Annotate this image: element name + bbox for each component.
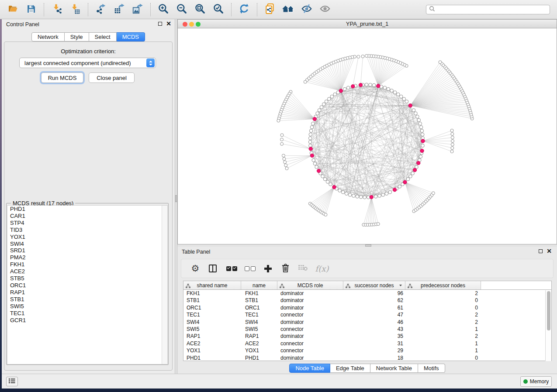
table-cell: 0	[405, 354, 481, 361]
table-row[interactable]: FKH1FKH1dominator962	[183, 290, 551, 297]
column-header-name[interactable]: name	[241, 281, 277, 289]
column-header-MCDS-role[interactable]: MCDS role	[277, 281, 343, 289]
zoom-in-button[interactable]	[156, 2, 171, 17]
network-canvas[interactable]	[178, 28, 557, 244]
optimization-criterion-select[interactable]: largest connected component (undirected)	[19, 58, 156, 68]
export-image-button[interactable]	[130, 2, 145, 17]
scrollbar-thumb[interactable]	[547, 291, 550, 330]
mcds-result-items: PHD1CAR1STP4TID3YOX1SWI4SRD1PMA2FKH1ACE2…	[7, 206, 167, 323]
table-row[interactable]: SWI5SWI5connector431	[183, 326, 551, 333]
table-row[interactable]: STB1STB1dominator620	[183, 297, 551, 304]
clone-network-button[interactable]	[262, 2, 278, 17]
mcds-result-item[interactable]: RAP1	[7, 289, 167, 296]
search-input[interactable]	[437, 7, 547, 13]
mcds-result-item[interactable]: SWI5	[7, 303, 167, 310]
mcds-result-item[interactable]: SWI4	[7, 241, 167, 248]
mcds-result-list[interactable]: PHD1CAR1STP4TID3YOX1SWI4SRD1PMA2FKH1ACE2…	[7, 205, 168, 364]
table-row[interactable]: RAP1RAP1dominator352	[183, 333, 551, 340]
mcds-result-item[interactable]: PMA2	[7, 254, 167, 261]
table-cell: 1	[405, 326, 481, 333]
mcds-result-item[interactable]: GCR1	[7, 317, 167, 324]
search-icon	[429, 6, 435, 14]
window-close-traffic-light[interactable]	[183, 22, 187, 27]
network-overview-button[interactable]	[280, 2, 296, 17]
table-row[interactable]: ACE2ACE2connector311	[183, 340, 551, 347]
network-window-titlebar[interactable]: YPA_prune.txt_1	[178, 20, 557, 28]
float-panel-icon[interactable]	[158, 22, 162, 26]
tab-edge-table[interactable]: Edge Table	[330, 364, 370, 373]
column-header-successor-nodes[interactable]: successor nodes	[343, 281, 405, 289]
window-zoom-traffic-light[interactable]	[196, 22, 201, 27]
column-header-shared-name[interactable]: shared name	[183, 281, 241, 289]
mcds-result-item[interactable]: CAR1	[7, 213, 167, 220]
import-table-button[interactable]	[67, 2, 83, 17]
close-panel-icon[interactable]: ✕	[547, 249, 552, 254]
task-history-button[interactable]	[6, 377, 18, 386]
table-cell: SWI5	[241, 326, 277, 333]
tab-motifs[interactable]: Motifs	[418, 364, 445, 373]
zoom-selected-button[interactable]	[211, 2, 226, 17]
table-row[interactable]: TEC1TEC1connector472	[183, 311, 551, 318]
add-column-button[interactable]	[259, 262, 277, 275]
toolbar-separator	[44, 3, 44, 16]
optimization-criterion-label: Optimization criterion:	[2, 48, 175, 55]
table-row[interactable]: PHD1PHD1dominator180	[183, 354, 551, 361]
column-layout-button[interactable]	[203, 262, 222, 275]
export-table-button[interactable]	[111, 2, 127, 17]
delete-column-button[interactable]	[277, 262, 294, 275]
table-cell: STB1	[183, 297, 241, 304]
tab-network[interactable]: Network	[31, 32, 65, 41]
column-header-predecessor-nodes[interactable]: predecessor nodes	[405, 281, 481, 289]
mcds-result-item[interactable]: YOX1	[7, 234, 167, 241]
table-cell: STB1	[241, 297, 277, 304]
search-box[interactable]	[426, 5, 550, 14]
mcds-result-item[interactable]: STB1	[7, 296, 167, 303]
table-scrollbar[interactable]	[545, 290, 551, 361]
mcds-result-item[interactable]: ACE2	[7, 268, 167, 275]
table-row[interactable]: YOX1YOX1connector291	[183, 347, 551, 354]
mcds-result-item[interactable]: TID3	[7, 227, 167, 234]
tab-node-table[interactable]: Node Table	[289, 364, 330, 373]
float-panel-icon[interactable]	[539, 249, 543, 253]
deselect-all-columns-button[interactable]	[241, 262, 259, 275]
run-mcds-button[interactable]: Run MCDS	[41, 72, 83, 83]
export-network-button[interactable]	[93, 2, 109, 17]
table-cell: connector	[277, 347, 343, 354]
splitter-handle[interactable]	[175, 195, 177, 202]
mcds-result-scrollbar[interactable]	[162, 206, 167, 364]
tab-mcds[interactable]: MCDS	[117, 32, 145, 41]
close-panel-icon[interactable]: ✕	[166, 21, 171, 26]
mcds-result-item[interactable]: FKH1	[7, 261, 167, 268]
zoom-fit-button[interactable]	[192, 2, 208, 17]
hide-panel-button[interactable]	[299, 2, 315, 17]
column-header-label: shared name	[197, 282, 227, 289]
node-table[interactable]: shared namenameMCDS rolesuccessor nodesp…	[183, 281, 552, 361]
delete-table-button[interactable]	[294, 262, 311, 275]
mcds-result-item[interactable]: STB5	[7, 275, 167, 282]
tab-network-table[interactable]: Network Table	[370, 364, 418, 373]
toolbar-separator	[150, 3, 151, 16]
table-row[interactable]: SWI4SWI4dominator462	[183, 319, 551, 326]
mcds-result-item[interactable]: TEC1	[7, 310, 167, 317]
show-panel-button[interactable]	[317, 2, 333, 17]
mcds-result-item[interactable]: STP4	[7, 220, 167, 227]
table-cell: FKH1	[241, 290, 277, 297]
function-builder-button[interactable]: f(x)	[311, 262, 332, 275]
table-settings-button[interactable]: ⚙	[187, 262, 203, 275]
open-session-button[interactable]	[5, 2, 21, 17]
import-network-button[interactable]	[49, 2, 65, 17]
zoom-out-button[interactable]	[174, 2, 190, 17]
mcds-result-item[interactable]: SRD1	[7, 247, 167, 254]
houses-icon	[282, 3, 295, 16]
select-all-columns-button[interactable]	[222, 262, 241, 275]
close-panel-button[interactable]: Close panel	[89, 72, 135, 83]
memory-button[interactable]: Memory	[520, 376, 552, 387]
mcds-result-item[interactable]: ORC1	[7, 282, 167, 289]
save-session-button[interactable]	[23, 2, 39, 17]
window-minimize-traffic-light[interactable]	[189, 22, 194, 27]
tab-select[interactable]: Select	[89, 32, 117, 41]
mcds-result-item[interactable]: PHD1	[7, 206, 167, 213]
table-row[interactable]: ORC1ORC1dominator610	[183, 304, 551, 311]
tab-style[interactable]: Style	[65, 32, 89, 41]
refresh-layout-button[interactable]	[236, 2, 252, 17]
